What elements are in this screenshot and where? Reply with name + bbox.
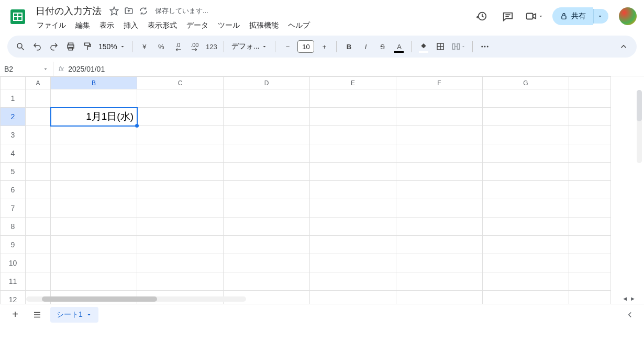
menu-file[interactable]: ファイル — [32, 19, 70, 32]
star-icon[interactable] — [109, 6, 119, 16]
column-header[interactable]: G — [483, 77, 569, 89]
cell[interactable] — [310, 163, 396, 181]
cell[interactable] — [26, 108, 51, 126]
cell[interactable] — [310, 272, 396, 291]
cell[interactable] — [310, 254, 396, 272]
undo-icon[interactable] — [29, 39, 45, 54]
cell[interactable] — [26, 181, 51, 199]
strikethrough-button[interactable]: S — [374, 39, 390, 54]
row-header[interactable]: 3 — [1, 126, 26, 144]
cell[interactable] — [310, 218, 396, 236]
cell[interactable] — [396, 89, 483, 108]
cell[interactable] — [51, 199, 137, 218]
decrease-font-size-button[interactable]: − — [280, 39, 295, 54]
cell[interactable] — [396, 236, 483, 254]
column-header[interactable]: E — [310, 77, 396, 89]
vertical-scrollbar[interactable] — [637, 90, 642, 163]
menu-format[interactable]: 表示形式 — [143, 19, 181, 32]
row-header[interactable]: 6 — [1, 181, 26, 199]
cell[interactable] — [137, 199, 224, 218]
cell[interactable] — [483, 272, 569, 291]
comment-icon[interactable] — [499, 7, 517, 25]
zoom-select[interactable]: 150% — [96, 42, 128, 51]
row-header[interactable]: 2 — [1, 108, 26, 126]
cell[interactable] — [483, 254, 569, 272]
cell[interactable] — [483, 199, 569, 218]
share-button[interactable]: 共有 — [552, 7, 593, 25]
cloud-status-icon[interactable] — [138, 6, 149, 16]
cell[interactable] — [137, 272, 224, 291]
cell[interactable] — [224, 108, 310, 126]
row-header[interactable]: 1 — [1, 89, 26, 108]
history-icon[interactable] — [473, 7, 491, 25]
cell[interactable] — [51, 272, 137, 291]
cell[interactable] — [224, 236, 310, 254]
doc-title[interactable]: 日付の入力方法 — [32, 4, 105, 18]
cell[interactable]: 1月1日(水) — [51, 108, 137, 126]
cell[interactable] — [483, 218, 569, 236]
cell[interactable] — [224, 163, 310, 181]
column-header[interactable]: A — [26, 77, 51, 89]
cell[interactable] — [26, 254, 51, 272]
cell[interactable] — [224, 89, 310, 108]
cell[interactable] — [483, 236, 569, 254]
cell[interactable] — [310, 291, 396, 304]
text-color-button[interactable]: A — [391, 39, 407, 54]
decrease-decimal-button[interactable]: .0 — [170, 39, 186, 54]
cell[interactable] — [396, 126, 483, 144]
cell[interactable] — [483, 144, 569, 163]
add-sheet-button[interactable]: + — [6, 306, 24, 324]
name-box[interactable]: B2 — [4, 62, 53, 76]
font-family-select[interactable]: デフォ... — [228, 42, 271, 51]
menu-tools[interactable]: ツール — [214, 19, 244, 32]
select-all-corner[interactable] — [1, 77, 26, 89]
cell[interactable] — [396, 144, 483, 163]
fill-color-button[interactable] — [416, 39, 431, 54]
cell[interactable] — [26, 218, 51, 236]
cell[interactable] — [137, 89, 224, 108]
horizontal-scrollbar[interactable] — [26, 296, 246, 302]
column-header[interactable]: D — [224, 77, 310, 89]
cell[interactable] — [26, 236, 51, 254]
move-to-folder-icon[interactable] — [124, 6, 134, 16]
font-size-input[interactable]: 10 — [297, 40, 314, 53]
cell[interactable] — [137, 181, 224, 199]
cell[interactable] — [137, 163, 224, 181]
formula-bar[interactable]: 2025/01/01 — [68, 65, 644, 73]
cell[interactable] — [310, 108, 396, 126]
cell[interactable] — [51, 144, 137, 163]
sheet-tab-active[interactable]: シート1 — [50, 307, 98, 323]
cell[interactable] — [51, 181, 137, 199]
spreadsheet-grid[interactable]: ABCDEFG121月1日(水)3456789101112 ◄► — [0, 76, 644, 304]
menu-edit[interactable]: 編集 — [71, 19, 94, 32]
cell[interactable] — [51, 254, 137, 272]
cell[interactable] — [483, 163, 569, 181]
avatar[interactable] — [619, 7, 637, 25]
cell[interactable] — [224, 254, 310, 272]
all-sheets-button[interactable] — [28, 306, 46, 324]
collapse-toolbar-button[interactable] — [616, 39, 631, 54]
percent-button[interactable]: % — [153, 39, 169, 54]
cell[interactable] — [396, 218, 483, 236]
cell[interactable] — [224, 218, 310, 236]
row-header[interactable]: 7 — [1, 199, 26, 218]
cell[interactable] — [310, 126, 396, 144]
cell[interactable] — [51, 236, 137, 254]
cell[interactable] — [51, 163, 137, 181]
redo-icon[interactable] — [46, 39, 62, 54]
cell[interactable] — [137, 254, 224, 272]
print-icon[interactable] — [63, 39, 79, 54]
menu-help[interactable]: ヘルプ — [284, 19, 314, 32]
cell[interactable] — [26, 163, 51, 181]
row-header[interactable]: 10 — [1, 254, 26, 272]
borders-button[interactable] — [432, 39, 448, 54]
merge-cells-button[interactable] — [449, 39, 468, 54]
cell[interactable] — [137, 108, 224, 126]
cell[interactable] — [26, 272, 51, 291]
cell[interactable] — [483, 181, 569, 199]
cell[interactable] — [224, 144, 310, 163]
row-header[interactable]: 5 — [1, 163, 26, 181]
cell[interactable] — [396, 199, 483, 218]
cell[interactable] — [396, 254, 483, 272]
row-header[interactable]: 8 — [1, 218, 26, 236]
